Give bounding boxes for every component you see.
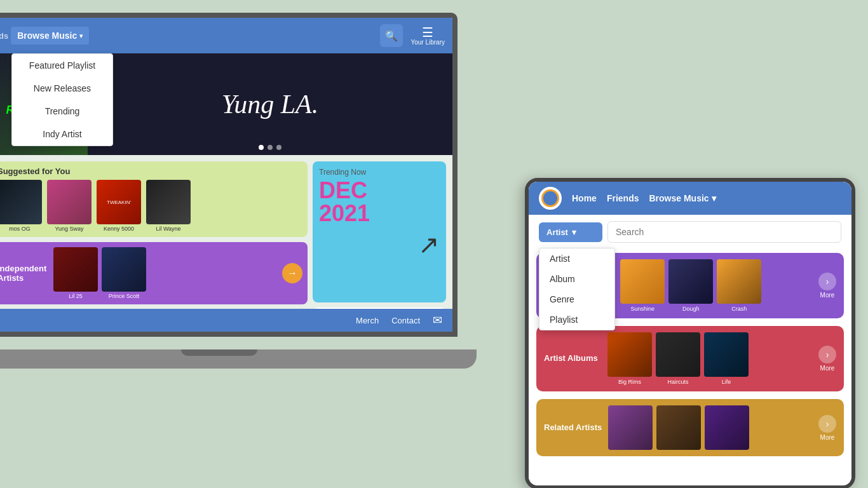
list-item: Sunshine	[620, 259, 665, 312]
related-images	[608, 405, 812, 450]
suggested-img-3[interactable]	[146, 180, 191, 224]
indie-img-1[interactable]	[102, 247, 146, 292]
search-row: Artist ▾	[529, 215, 851, 249]
list-item: Yung Sway	[47, 180, 92, 232]
suggested-img-0[interactable]	[0, 180, 42, 224]
related-img-2[interactable]	[705, 405, 749, 450]
nav-friends-link[interactable]: Friends	[607, 193, 639, 203]
single-label-2: Crash	[731, 306, 747, 312]
library-label: Your Library	[410, 39, 445, 46]
single-label-1: Dough	[682, 306, 700, 312]
single-img-0[interactable]	[620, 259, 665, 304]
trending-date: DEC2021	[319, 179, 440, 225]
indie-label-0: Lil 25	[69, 293, 83, 299]
list-item: Lil 25	[53, 247, 98, 299]
list-item: Crash	[717, 259, 761, 312]
list-item: TWEAKIN' Kenny 5000	[97, 180, 141, 232]
indie-img-0[interactable]	[53, 247, 98, 292]
list-item: Prince Scott	[102, 247, 146, 299]
album-label-0: Big Rims	[618, 379, 641, 385]
suggested-items: mos OG Yung Sway TWEAKIN' Kenny 5000	[0, 180, 302, 232]
dropdown-item-indy[interactable]: Indy Artist	[12, 123, 112, 146]
suggested-label-2: Kenny 5000	[97, 226, 141, 232]
single-label-0: Sunshine	[631, 306, 655, 312]
search-type-dropdown[interactable]: Artist ▾	[539, 222, 602, 242]
suggested-label-0: mos OG	[0, 226, 42, 232]
dropdown-item-trending[interactable]: Trending	[12, 100, 112, 123]
indie-title: IndependentArtists	[0, 264, 48, 283]
indie-section: IndependentArtists Lil 25 Prince Scott	[0, 242, 308, 304]
hero-main-panel: Yung LA.	[88, 53, 452, 155]
related-more: › More	[818, 415, 836, 441]
suggested-label-3: Lil Wayne	[146, 226, 191, 232]
nav-browse-button[interactable]: Browse Music ▾	[649, 193, 715, 203]
dropdown-item-featured[interactable]: Featured Playlist	[12, 54, 112, 77]
laptop-app: nds Browse Music ▾ 🔍 ☰ Your Library	[0, 18, 452, 332]
dropdown-chevron-icon: ▾	[572, 227, 576, 237]
suggested-label-1: Yung Sway	[47, 226, 92, 232]
phone-device: Home Friends Browse Music ▾ Artist ▾ Art…	[525, 178, 855, 488]
browse-music-button[interactable]: Browse Music ▾	[11, 27, 89, 44]
related-img-0[interactable]	[608, 405, 653, 450]
suggested-img-1[interactable]	[47, 180, 92, 224]
list-item	[656, 405, 701, 450]
list-item: Big Rims	[607, 332, 652, 385]
dropdown-item-new-releases[interactable]: New Releases	[12, 77, 112, 100]
indie-label-1: Prince Scott	[109, 293, 140, 299]
search-input[interactable]	[607, 221, 841, 243]
phone-app: Home Friends Browse Music ▾ Artist ▾ Art…	[529, 182, 851, 485]
dot-1[interactable]	[259, 145, 264, 150]
related-img-1[interactable]	[656, 405, 701, 450]
indie-next-button[interactable]: →	[282, 263, 302, 283]
single-img-2[interactable]	[717, 259, 761, 304]
hero-artist-name: Yung LA.	[222, 89, 319, 119]
browse-chevron-icon: ▾	[79, 32, 83, 39]
laptop-body: Suggested for You mos OG Yung Sway	[0, 155, 452, 309]
nav-right: 🔍 ☰ Your Library	[380, 24, 445, 47]
album-img-0[interactable]	[607, 332, 652, 377]
library-button[interactable]: ☰ Your Library	[410, 26, 445, 46]
search-icon-button[interactable]: 🔍	[380, 24, 403, 47]
list-item	[608, 405, 653, 450]
dropdown-item-playlist[interactable]: Playlist	[539, 309, 614, 330]
mail-icon[interactable]: ✉	[433, 313, 442, 327]
related-more-button[interactable]: ›	[818, 415, 836, 433]
nav-home-link[interactable]: Home	[572, 193, 597, 203]
merch-link[interactable]: Merch	[356, 316, 379, 325]
album-img-1[interactable]	[656, 332, 700, 377]
single-img-1[interactable]	[668, 259, 713, 304]
indie-items: Lil 25 Prince Scott	[53, 247, 277, 299]
search-type-label: Artist	[546, 227, 568, 237]
singles-more-button[interactable]: ›	[818, 273, 836, 290]
album-img-2[interactable]	[704, 332, 749, 377]
laptop-navbar: nds Browse Music ▾ 🔍 ☰ Your Library	[0, 18, 452, 53]
album-label-2: Life	[722, 379, 731, 385]
suggested-img-2[interactable]: TWEAKIN'	[97, 180, 141, 224]
suggested-title: Suggested for You	[0, 166, 302, 176]
dot-3[interactable]	[276, 145, 281, 150]
list-item: Haircuts	[656, 332, 700, 385]
phone-navbar: Home Friends Browse Music ▾	[529, 182, 851, 215]
albums-more: › More	[818, 346, 836, 372]
search-icon: 🔍	[385, 30, 398, 42]
related-more-label: More	[820, 434, 835, 441]
right-column: Trending Now DEC2021 ↗ Featured Playlist…	[313, 161, 446, 302]
albums-images: Big Rims Haircuts Life	[607, 332, 812, 385]
nav-browse-chevron-icon: ▾	[712, 193, 716, 203]
laptop-device: nds Browse Music ▾ 🔍 ☰ Your Library	[0, 13, 477, 369]
list-item	[705, 405, 749, 450]
dropdown-item-artist[interactable]: Artist	[539, 248, 614, 269]
browse-music-label: Browse Music	[17, 30, 77, 41]
dot-2[interactable]	[268, 145, 273, 150]
phone-logo-inner	[541, 189, 559, 207]
list-item: Dough	[668, 259, 713, 312]
hero-dots	[259, 145, 281, 150]
albums-more-button[interactable]: ›	[818, 346, 836, 363]
contact-link[interactable]: Contact	[391, 316, 420, 325]
section-title-related: Related Artists	[544, 423, 602, 433]
section-title-albums: Artist Albums	[544, 353, 601, 364]
library-icon: ☰	[422, 26, 433, 39]
dropdown-item-album[interactable]: Album	[539, 269, 614, 289]
dropdown-item-genre[interactable]: Genre	[539, 289, 614, 309]
trending-arrow-icon: ↗	[418, 230, 440, 259]
